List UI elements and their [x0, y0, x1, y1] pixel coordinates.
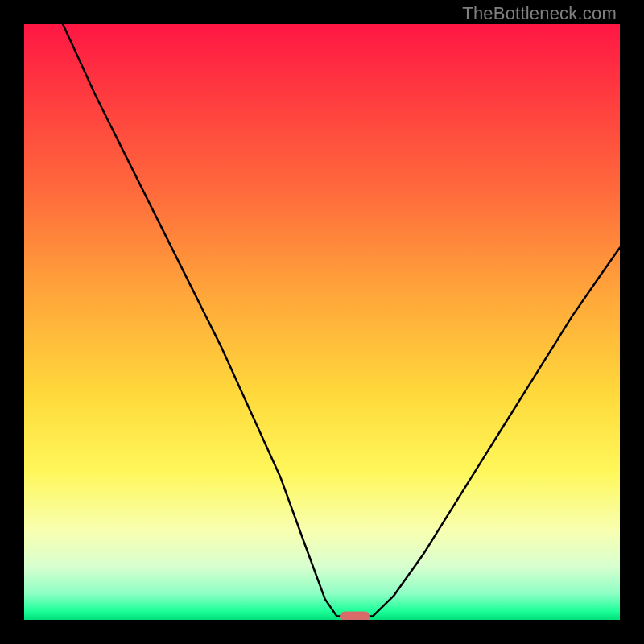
chart-frame: TheBottleneck.com: [0, 0, 644, 644]
plot-area: [24, 24, 620, 620]
watermark-text: TheBottleneck.com: [462, 3, 617, 24]
optimum-marker: [340, 611, 370, 620]
bottleneck-curve: [24, 24, 620, 620]
